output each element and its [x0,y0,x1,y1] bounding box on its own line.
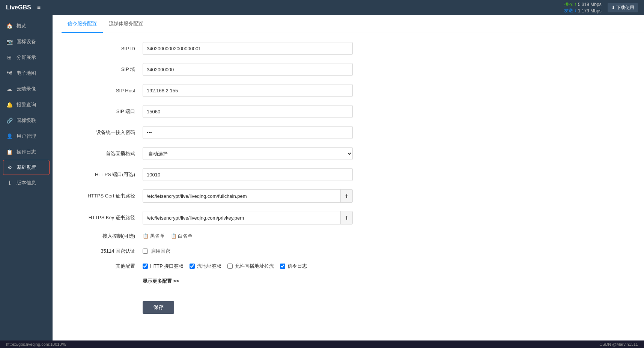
basic-config-icon: ⚙ [6,164,13,170]
operation-log-icon: 📋 [6,149,13,155]
input-wrap-https-cert: ⬆ [143,189,353,203]
sidebar-label-multiscreen: 分屏展示 [17,54,36,61]
sidebar-item-alarm[interactable]: 🔔报警查询 [0,97,53,113]
app-logo: LiveGBS [6,4,31,11]
sidebar-item-operation-log[interactable]: 📋操作日志 [0,144,53,160]
download-value: 1.179 Mbps [578,8,602,14]
tab-bar: 信令服务配置流媒体服务配置 [53,15,644,33]
gb35114-checkbox[interactable] [143,249,148,254]
download-button[interactable]: ⬇ 下载使用 [608,3,638,12]
label-https-cert: HTTPS Cert 证书路径 [68,193,143,199]
sidebar-item-version-info[interactable]: ℹ版本信息 [0,175,53,191]
select-preferred-format[interactable]: 自动选择HLSFLVWebRTC [143,147,353,160]
version-info-icon: ℹ [6,180,13,186]
checkbox-label-allow-rtsp-pull: 允许直播地址拉流 [235,263,274,270]
sidebar-label-emap: 电子地图 [17,70,36,77]
download-label: 发送 ↓ [564,8,576,14]
checkbox-item-allow-rtsp-pull[interactable]: 允许直播地址拉流 [227,263,274,270]
sidebar-item-overview[interactable]: 🏠概览 [0,18,53,34]
checkbox-label-signal-log: 信令日志 [287,263,307,270]
form-row-access-control: 接入控制(可选)📋 黑名单📋 白名单 [68,233,629,240]
form-row-sip-id: SIP ID [68,42,629,55]
form-row-sip-port: SIP 端口 [68,105,629,118]
input-https-cert[interactable] [143,190,340,202]
form-row-device-password: 设备统一接入密码 [68,126,629,139]
main-layout: 🏠概览📷国标设备⊞分屏展示🗺电子地图☁云端录像🔔报警查询🔗国标级联👤用户管理📋操… [0,15,644,340]
checkbox-allow-rtsp-pull[interactable] [227,264,233,269]
sidebar-item-gb-cascade[interactable]: 🔗国标级联 [0,113,53,128]
gb35114-checkbox-row: 启用国密 [143,248,170,255]
input-sip-host[interactable] [143,84,353,97]
form-row-other-config: 其他配置HTTP 接口鉴权流地址鉴权允许直播地址拉流信令日志 [68,263,629,270]
tab-media-config[interactable]: 流媒体服务配置 [103,15,149,33]
emap-icon: 🗺 [6,70,13,76]
gb-device-icon: 📷 [6,39,13,45]
form-row-https-key: HTTPS Key 证书路径⬆ [68,211,629,224]
input-https-key[interactable] [143,211,340,224]
upload-btn-https-cert[interactable]: ⬆ [340,190,352,202]
bottom-attribution: CSDN @Marvin1311 [599,342,638,346]
tab-signal-config[interactable]: 信令服务配置 [62,15,103,33]
sidebar-item-cloud-record[interactable]: ☁云端录像 [0,81,53,97]
upload-stat: 接收 ↑ 5.319 Mbps [564,1,602,8]
sidebar-item-emap[interactable]: 🗺电子地图 [0,65,53,81]
checkbox-label-http-auth: HTTP 接口鉴权 [150,263,184,270]
input-sip-domain[interactable] [143,63,353,76]
bottom-url: https://gbs.liveqing.com:10010/#/ [6,342,66,346]
checkbox-http-auth[interactable] [143,264,148,269]
label-preferred-format: 首选直播格式 [68,150,143,157]
sidebar-label-alarm: 报警查询 [17,101,36,108]
bottom-bar: https://gbs.liveqing.com:10010/#/ CSDN @… [0,340,644,348]
checkbox-signal-log[interactable] [280,264,285,269]
menu-icon[interactable]: ≡ [37,4,41,11]
topbar-stats: 接收 ↑ 5.319 Mbps 发送 ↓ 1.179 Mbps [564,1,602,14]
upload-label: 接收 ↑ [564,1,576,8]
checkbox-label-stream-auth: 流地址鉴权 [197,263,221,270]
save-button[interactable]: 保存 [143,301,174,314]
access-control-group: 📋 黑名单📋 白名单 [143,233,193,240]
upload-btn-https-key[interactable]: ⬆ [340,211,352,224]
checkbox-item-signal-log[interactable]: 信令日志 [280,263,307,270]
sidebar-label-operation-log: 操作日志 [17,149,36,155]
label-access-control: 接入控制(可选) [68,233,143,240]
gb-cascade-icon: 🔗 [6,118,13,124]
sidebar-label-gb-device: 国标设备 [17,38,36,45]
show-more-link[interactable]: 显示更多配置 >> [143,278,179,285]
sidebar: 🏠概览📷国标设备⊞分屏展示🗺电子地图☁云端录像🔔报警查询🔗国标级联👤用户管理📋操… [0,15,53,340]
form-row-preferred-format: 首选直播格式自动选择HLSFLVWebRTC [68,147,629,160]
input-device-password[interactable] [143,126,353,139]
blacklist-button[interactable]: 📋 黑名单 [143,233,165,240]
label-sip-host: SIP Host [68,88,143,93]
save-row: 保存 [68,301,629,314]
sidebar-label-basic-config: 基础配置 [17,164,36,171]
sidebar-item-user-mgmt[interactable]: 👤用户管理 [0,128,53,144]
user-mgmt-icon: 👤 [6,133,13,139]
topbar: LiveGBS ≡ 接收 ↑ 5.319 Mbps 发送 ↓ 1.179 Mbp… [0,0,644,15]
label-device-password: 设备统一接入密码 [68,129,143,136]
checkbox-item-http-auth[interactable]: HTTP 接口鉴权 [143,263,184,270]
label-sip-port: SIP 端口 [68,108,143,115]
checkbox-stream-auth[interactable] [190,264,195,269]
form-row-sip-host: SIP Host [68,84,629,97]
show-more-row: 显示更多配置 >> [68,278,629,293]
label-sip-domain: SIP 域 [68,66,143,73]
sidebar-item-multiscreen[interactable]: ⊞分屏展示 [0,50,53,65]
label-other-config: 其他配置 [68,263,143,270]
sidebar-label-overview: 概览 [17,23,26,29]
overview-icon: 🏠 [6,23,13,29]
input-https-port[interactable] [143,168,353,181]
label-sip-id: SIP ID [68,46,143,51]
content-area: 信令服务配置流媒体服务配置 SIP IDSIP 域SIP HostSIP 端口设… [53,15,644,340]
input-sip-id[interactable] [143,42,353,55]
label-https-key: HTTPS Key 证书路径 [68,214,143,221]
form-row-gb35114: 35114 国密认证启用国密 [68,248,629,255]
cloud-record-icon: ☁ [6,86,13,92]
sidebar-item-basic-config[interactable]: ⚙基础配置 [3,160,50,175]
download-stat: 发送 ↓ 1.179 Mbps [564,8,602,14]
input-sip-port[interactable] [143,105,353,118]
topbar-left: LiveGBS ≡ [6,4,41,11]
checkbox-item-stream-auth[interactable]: 流地址鉴权 [190,263,221,270]
sidebar-label-user-mgmt: 用户管理 [17,133,36,140]
sidebar-item-gb-device[interactable]: 📷国标设备 [0,34,53,50]
whitelist-button[interactable]: 📋 白名单 [171,233,193,240]
